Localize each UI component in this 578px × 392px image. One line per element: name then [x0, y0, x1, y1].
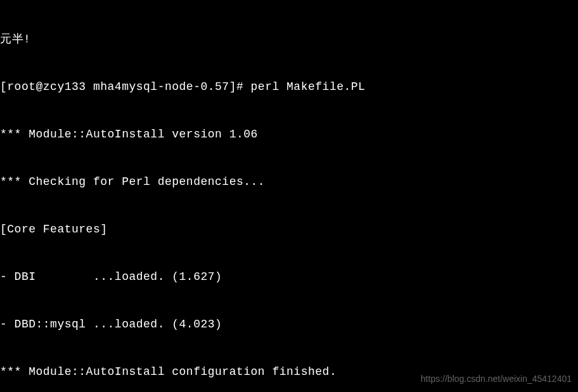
terminal-output[interactable]: 元半! [root@zcy133 mha4mysql-node-0.57]# p… — [0, 0, 578, 392]
terminal-line: *** Module::AutoInstall version 1.06 — [0, 127, 578, 142]
terminal-line: - DBD::mysql ...loaded. (4.023) — [0, 317, 578, 332]
terminal-line: [root@zcy133 mha4mysql-node-0.57]# perl … — [0, 79, 578, 95]
terminal-line: 元半! — [0, 32, 578, 47]
terminal-line: - DBI ...loaded. (1.627) — [0, 269, 578, 285]
watermark-text: https://blog.csdn.net/weixin_45412401 — [421, 371, 572, 387]
terminal-line: [Core Features] — [0, 222, 578, 237]
terminal-line: *** Checking for Perl dependencies... — [0, 174, 578, 190]
